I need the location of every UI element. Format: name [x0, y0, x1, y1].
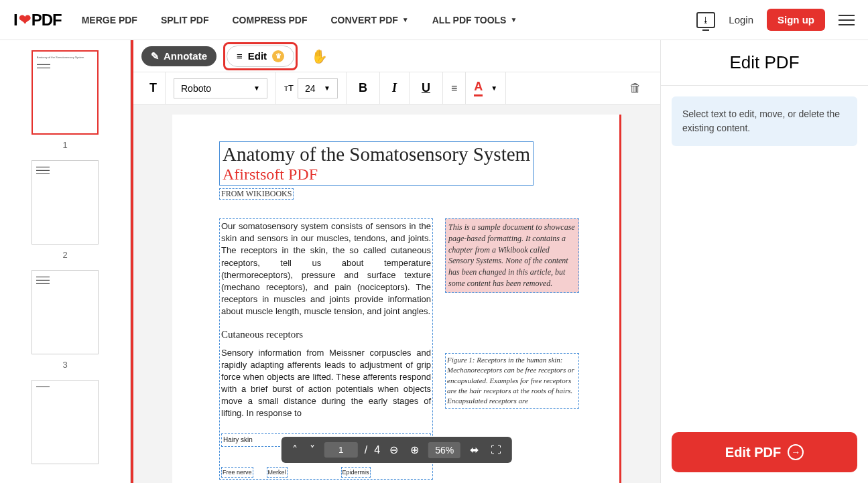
doc-subtitle: Afirstsoft PDF — [223, 165, 530, 184]
hand-pan-tool[interactable]: ✋ — [311, 48, 328, 64]
nav-merge[interactable]: MERGE PDF — [82, 15, 137, 25]
label-merkel: Merkel — [267, 467, 288, 478]
chevron-down-icon: ▼ — [253, 84, 260, 92]
bold-button[interactable]: B — [347, 72, 380, 104]
edit-mode-button[interactable]: ≡ Edit ♛ — [227, 46, 294, 67]
font-family-select[interactable]: Roboto▼ — [174, 78, 267, 98]
color-a-icon: A — [474, 80, 483, 96]
fit-width-button[interactable]: ⬌ — [467, 441, 481, 459]
logo[interactable]: I ❤ PDF — [13, 11, 62, 29]
para1: Our somatosensory system consists of sen… — [221, 220, 431, 318]
font-family-value: Roboto — [181, 83, 211, 94]
chevron-down-icon: ▼ — [402, 16, 409, 23]
font-size-select[interactable]: 24▼ — [298, 78, 338, 98]
labels-row2: Free nerve Merkel Epidermis — [221, 467, 431, 478]
nav-all-tools-label: ALL PDF TOOLS — [432, 15, 507, 25]
pencil-icon: ✎ — [151, 50, 160, 62]
signup-button[interactable]: Sign up — [767, 9, 825, 31]
main-content: Anatomy of the Somatosensory System▬▬▬▬▬… — [0, 40, 868, 483]
page-thumbnail-1[interactable]: Anatomy of the Somatosensory System▬▬▬▬▬… — [32, 50, 99, 135]
doc-source[interactable]: FROM WIKIBOOKS — [219, 188, 294, 200]
zoom-in-button[interactable]: ⊕ — [408, 441, 422, 459]
crown-premium-icon: ♛ — [272, 50, 284, 62]
section-heading: Cutaneous receptors — [221, 328, 431, 342]
nav-convert-label: CONVERT PDF — [330, 15, 397, 25]
chevron-down-icon: ▼ — [491, 84, 497, 92]
thumb-number: 3 — [62, 360, 67, 370]
font-size-value: 24 — [305, 83, 316, 94]
label-freenv: Free nerve — [221, 467, 253, 478]
header-left: I ❤ PDF MERGE PDF SPLIT PDF COMPRESS PDF… — [13, 11, 517, 29]
page-thumbnail-3[interactable]: ▬▬▬▬▬▬▬▬▬▬▬▬▬▬▬ — [32, 270, 99, 354]
info-message: Select text to edit, move, or delete the… — [672, 96, 857, 146]
para2: Sensory information from Meissner corpus… — [221, 347, 431, 420]
page-total: 4 — [374, 444, 380, 456]
header-right: ⭳ Login Sign up — [696, 9, 855, 31]
panel-body: Select text to edit, move, or delete the… — [661, 86, 868, 421]
edit-pdf-cta-button[interactable]: Edit PDF → — [672, 432, 857, 472]
label-epider: Epidermis — [341, 467, 371, 478]
desktop-download-icon[interactable]: ⭳ — [696, 12, 715, 28]
underline-button[interactable]: U — [410, 72, 443, 104]
hamburger-menu-icon[interactable] — [839, 15, 855, 25]
page-navigation-bar: ˄ ˅ / 4 ⊖ ⊕ 56% ⬌ ⛶ — [282, 437, 512, 463]
thumb-wrap-2: ▬▬▬▬▬▬▬▬▬▬▬▬▬▬▬ 2 — [32, 160, 99, 260]
zoom-value: 56% — [428, 442, 460, 458]
edit-label: Edit — [248, 50, 267, 62]
text-format-toolbar: T Roboto▼ тT 24▼ B I U ≡ A▼ 🗑 — [133, 72, 660, 105]
font-size-cell: тT 24▼ — [276, 72, 347, 104]
thumb-wrap-4: ▬▬▬▬▬ — [32, 380, 99, 464]
align-icon: ≡ — [451, 82, 457, 94]
nav-compress[interactable]: COMPRESS PDF — [232, 15, 307, 25]
edit-highlight-box: ≡ Edit ♛ — [223, 42, 298, 70]
nav-split[interactable]: SPLIT PDF — [161, 15, 209, 25]
nav-all-tools[interactable]: ALL PDF TOOLS▼ — [432, 15, 517, 25]
doc-title: Anatomy of the Somatosensory System — [223, 143, 530, 165]
editor-area: ✎ Annotate ≡ Edit ♛ ✋ T Roboto▼ тT 24▼ B — [131, 40, 660, 483]
thumb-number: 2 — [62, 250, 67, 260]
next-page-button[interactable]: ˅ — [307, 441, 318, 459]
thumb-wrap-1: Anatomy of the Somatosensory System▬▬▬▬▬… — [32, 50, 99, 150]
download-arrow-icon: ⭳ — [702, 15, 710, 25]
logo-text-post: PDF — [32, 11, 62, 29]
italic-button[interactable]: I — [380, 72, 410, 104]
annotate-label: Annotate — [164, 50, 207, 62]
nav-convert[interactable]: CONVERT PDF▼ — [330, 15, 408, 25]
arrow-right-circle-icon: → — [788, 444, 804, 460]
panel-title: Edit PDF — [661, 40, 868, 86]
prev-page-button[interactable]: ˄ — [290, 441, 300, 459]
font-size-icon: тT — [284, 83, 294, 93]
main-nav: MERGE PDF SPLIT PDF COMPRESS PDF CONVERT… — [82, 15, 517, 25]
chevron-down-icon: ▼ — [324, 84, 330, 92]
page-thumbnail-4[interactable]: ▬▬▬▬▬ — [32, 380, 99, 464]
pdf-page: Anatomy of the Somatosensory System Afir… — [172, 115, 621, 483]
label-hairy: Hairy skin — [223, 435, 253, 445]
thumbnail-sidebar: Anatomy of the Somatosensory System▬▬▬▬▬… — [0, 40, 131, 483]
title-edit-box[interactable]: Anatomy of the Somatosensory System Afir… — [219, 141, 534, 186]
cta-label: Edit PDF — [725, 445, 781, 460]
font-family-cell: Roboto▼ — [166, 72, 276, 104]
zoom-out-button[interactable]: ⊖ — [387, 441, 401, 459]
logo-text-pre: I — [13, 11, 17, 29]
thumb-wrap-3: ▬▬▬▬▬▬▬▬▬▬▬▬▬▬▬ 3 — [32, 270, 99, 370]
delete-button[interactable]: 🗑 — [629, 81, 652, 95]
align-button[interactable]: ≡ — [443, 72, 466, 104]
thumb-number: 1 — [62, 140, 67, 150]
text-tool[interactable]: T — [141, 72, 166, 104]
page-sep: / — [365, 444, 367, 456]
lines-icon: ≡ — [237, 50, 243, 62]
page-canvas[interactable]: Anatomy of the Somatosensory System Afir… — [133, 105, 660, 483]
right-panel: Edit PDF Select text to edit, move, or d… — [660, 40, 868, 483]
figure-caption[interactable]: Figure 1: Receptors in the human skin: M… — [445, 353, 579, 409]
login-link[interactable]: Login — [729, 14, 753, 25]
text-icon: T — [149, 81, 157, 95]
annotate-mode-button[interactable]: ✎ Annotate — [141, 46, 216, 66]
heart-icon: ❤ — [19, 11, 30, 29]
app-header: I ❤ PDF MERGE PDF SPLIT PDF COMPRESS PDF… — [0, 0, 868, 40]
page-thumbnail-2[interactable]: ▬▬▬▬▬▬▬▬▬▬▬▬▬▬▬ — [32, 160, 99, 245]
page-number-input[interactable] — [324, 442, 358, 458]
callout-box[interactable]: This is a sample document to showcase pa… — [445, 218, 579, 293]
fit-page-button[interactable]: ⛶ — [488, 441, 504, 459]
text-color-button[interactable]: A▼ — [466, 72, 506, 104]
mode-toolbar: ✎ Annotate ≡ Edit ♛ ✋ — [133, 40, 660, 72]
